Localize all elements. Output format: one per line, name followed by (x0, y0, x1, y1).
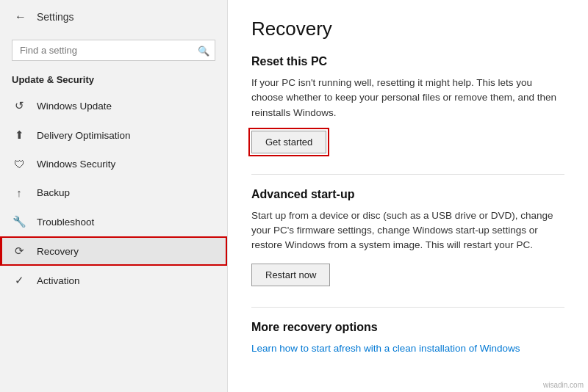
delivery-optimisation-icon: ⬆ (12, 128, 26, 142)
recovery-icon: ⟳ (12, 244, 26, 258)
delivery-optimisation-label: Delivery Optimisation (37, 130, 131, 141)
page-title: Recovery (251, 18, 564, 40)
windows-update-label: Windows Update (37, 101, 112, 112)
advanced-startup-button[interactable]: Restart now (251, 264, 330, 286)
search-box: 🔍 (12, 40, 215, 61)
more-recovery-heading: More recovery options (251, 321, 564, 334)
reset-pc-description: If your PC isn't running well, resetting… (251, 76, 564, 120)
more-recovery-link[interactable]: Learn how to start afresh with a clean i… (251, 343, 520, 354)
back-button[interactable]: ← (12, 9, 29, 25)
section-divider (251, 307, 564, 308)
sidebar-item-windows-update[interactable]: ↺Windows Update (0, 91, 227, 120)
windows-security-icon: 🛡 (12, 158, 26, 170)
section-divider (251, 174, 564, 175)
recovery-label: Recovery (37, 246, 79, 257)
troubleshoot-icon: 🔧 (12, 215, 26, 228)
sidebar-item-delivery-optimisation[interactable]: ⬆Delivery Optimisation (0, 120, 227, 150)
nav-list: ↺Windows Update⬆Delivery Optimisation🛡Wi… (0, 91, 227, 295)
reset-pc-button[interactable]: Get started (251, 131, 326, 153)
sidebar-item-activation[interactable]: ✓Activation (0, 266, 227, 295)
troubleshoot-label: Troubleshoot (37, 217, 94, 228)
sidebar-item-backup[interactable]: ↑Backup (0, 178, 227, 207)
reset-pc-heading: Reset this PC (251, 55, 564, 68)
sidebar-item-windows-security[interactable]: 🛡Windows Security (0, 150, 227, 178)
sidebar-section-label: Update & Security (0, 70, 227, 91)
advanced-startup-description: Start up from a device or disc (such as … (251, 208, 564, 253)
backup-label: Backup (37, 187, 70, 198)
sections-container: Reset this PCIf your PC isn't running we… (251, 55, 564, 355)
activation-icon: ✓ (12, 274, 26, 287)
search-input[interactable] (12, 40, 215, 61)
main-content: Recovery Reset this PCIf your PC isn't r… (228, 0, 588, 392)
sidebar: ← Settings 🔍 Update & Security ↺Windows … (0, 0, 228, 392)
sidebar-item-recovery[interactable]: ⟳Recovery (0, 236, 227, 266)
watermark: wisadin.com (543, 381, 584, 389)
sidebar-header: ← Settings (0, 0, 227, 34)
search-icon: 🔍 (198, 45, 209, 56)
windows-security-label: Windows Security (37, 159, 115, 170)
sidebar-item-troubleshoot[interactable]: 🔧Troubleshoot (0, 207, 227, 236)
advanced-startup-heading: Advanced start-up (251, 188, 564, 201)
activation-label: Activation (37, 275, 80, 286)
backup-icon: ↑ (12, 186, 26, 199)
windows-update-icon: ↺ (12, 99, 26, 112)
sidebar-title: Settings (37, 11, 74, 23)
